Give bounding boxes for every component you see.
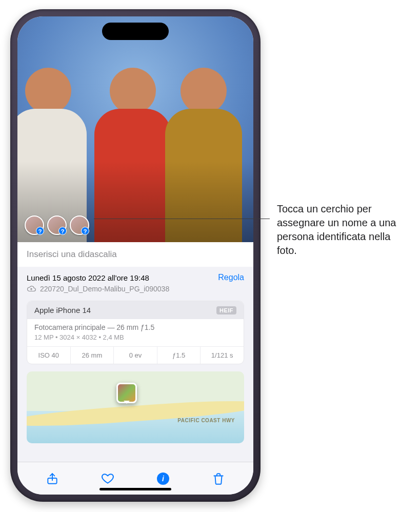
photo-filename: 220720_Dul_Demo-Malibu_PG_i090038 xyxy=(40,285,169,293)
map-highway-label: PACIFIC COAST HWY xyxy=(177,418,235,423)
face-tag-badge: ? xyxy=(81,227,89,235)
info-icon: i xyxy=(157,472,169,485)
share-button[interactable] xyxy=(45,471,60,486)
dynamic-island xyxy=(102,23,169,40)
info-button[interactable]: i xyxy=(155,471,171,486)
photo-info-block: Lunedì 15 agosto 2022 all'ore 19:48 Rego… xyxy=(17,267,253,293)
cloud-icon xyxy=(27,284,36,293)
home-indicator[interactable] xyxy=(99,488,171,490)
trash-icon xyxy=(212,472,225,485)
adjust-button[interactable]: Regola xyxy=(218,273,244,282)
face-tag[interactable]: ? xyxy=(70,215,89,235)
face-tag-badge: ? xyxy=(36,227,44,235)
callout-leader-line xyxy=(94,219,270,219)
photo-person xyxy=(93,68,173,242)
camera-shutter: 1/121 s xyxy=(200,347,244,364)
photo-person xyxy=(164,68,244,242)
favorite-button[interactable] xyxy=(100,471,115,486)
face-tag[interactable]: ? xyxy=(47,215,67,235)
camera-aperture: ƒ1.5 xyxy=(157,347,201,364)
camera-ev: 0 ev xyxy=(113,347,157,364)
format-badge: HEIF xyxy=(216,306,236,314)
camera-focal: 26 mm xyxy=(70,347,114,364)
camera-info-card: Apple iPhone 14 HEIF Fotocamera principa… xyxy=(27,301,244,364)
camera-device: Apple iPhone 14 xyxy=(34,306,91,314)
photo-viewer[interactable]: ? ? ? xyxy=(17,16,253,242)
camera-lens-line: Fotocamera principale — 26 mm ƒ1.5 xyxy=(34,323,236,331)
location-map[interactable]: PACIFIC COAST HWY xyxy=(27,371,244,443)
phone-frame: ? ? ? Inserisci una didascalia Lunedì 15… xyxy=(10,9,261,502)
face-tag-badge: ? xyxy=(58,227,67,235)
face-tag[interactable]: ? xyxy=(25,215,44,235)
callout-text: Tocca un cerchio per assegnare un nome a… xyxy=(277,202,410,258)
caption-input[interactable]: Inserisci una didascalia xyxy=(17,242,253,267)
camera-stats-line: 12 MP • 3024 × 4032 • 2,4 MB xyxy=(34,333,236,341)
share-icon xyxy=(46,472,59,485)
photo-datetime: Lunedì 15 agosto 2022 all'ore 19:48 xyxy=(27,273,149,282)
heart-icon xyxy=(101,472,114,485)
map-photo-pin[interactable] xyxy=(116,383,137,403)
camera-iso: ISO 40 xyxy=(27,347,70,364)
face-tags-row: ? ? ? xyxy=(25,215,89,235)
delete-button[interactable] xyxy=(211,471,226,486)
phone-screen: ? ? ? Inserisci una didascalia Lunedì 15… xyxy=(17,16,253,495)
